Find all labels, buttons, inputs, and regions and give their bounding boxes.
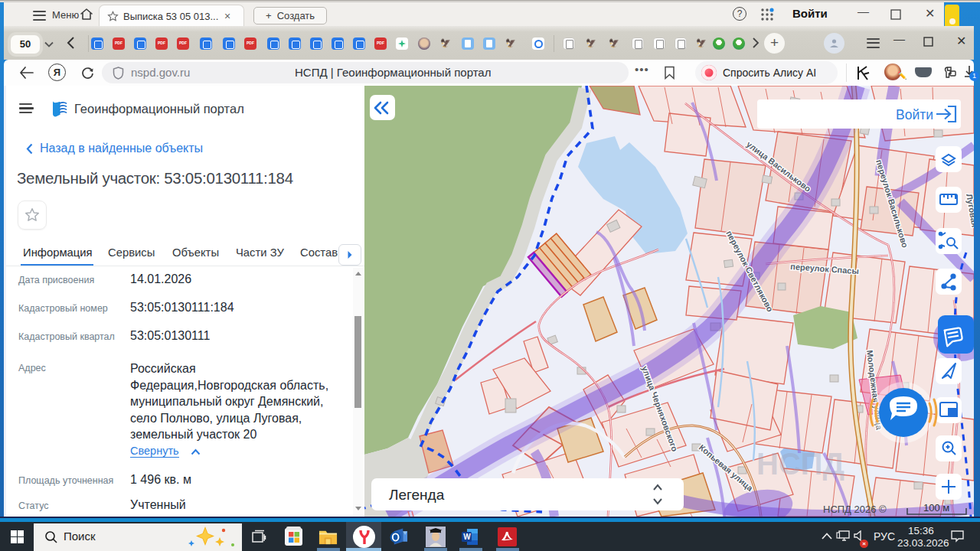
svg-text:НСПД: НСПД: [756, 447, 844, 481]
svg-text:W: W: [463, 533, 471, 541]
svg-text:100 м: 100 м: [923, 502, 949, 514]
svg-text:НСПД 2026 ©: НСПД 2026 ©: [823, 504, 887, 515]
svg-text:Войти: Войти: [896, 107, 933, 122]
svg-text:Легенда: Легенда: [389, 487, 445, 503]
